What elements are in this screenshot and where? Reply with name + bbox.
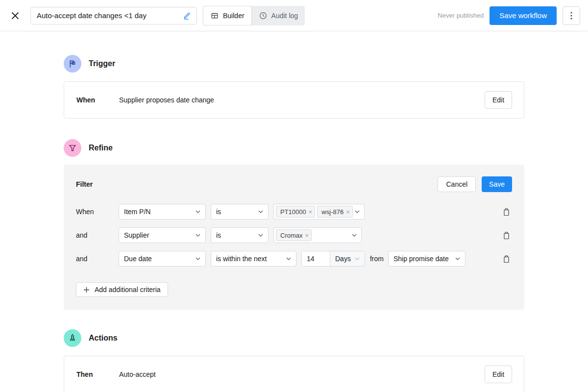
delete-row-button[interactable] xyxy=(501,229,512,242)
filter-row: and Due date is within the next Days xyxy=(76,251,512,267)
close-button[interactable] xyxy=(7,7,24,24)
operator-select-value: is xyxy=(216,208,221,216)
chevron-down-icon xyxy=(455,257,460,260)
filter-funnel-icon xyxy=(64,139,81,157)
tab-builder[interactable]: Builder xyxy=(203,6,252,25)
chevron-down-icon xyxy=(355,210,360,213)
filter-panel-header: Filter Cancel Save xyxy=(76,176,512,192)
value-chip-label: PT10000 xyxy=(280,208,306,216)
value-multiselect[interactable]: PT10000 × wsj-876 × xyxy=(273,204,365,220)
trigger-row-label: When xyxy=(76,96,119,104)
field-select-value: Due date xyxy=(124,255,152,263)
filter-panel-title: Filter xyxy=(76,180,93,188)
actions-section: Actions Then Auto-accept Edit xyxy=(64,329,524,392)
delete-row-button[interactable] xyxy=(501,253,512,265)
trigger-section-header: Trigger xyxy=(64,55,524,73)
chevron-down-icon xyxy=(196,234,200,237)
filter-row: When Item P/N is PT10000 × xyxy=(76,204,512,220)
save-workflow-button[interactable]: Save workflow xyxy=(490,6,557,25)
chevron-down-icon xyxy=(196,210,200,213)
field-select-value: Item P/N xyxy=(124,208,150,216)
field-select[interactable]: Supplier xyxy=(119,227,206,243)
trigger-row-value: Supplier proposes date change xyxy=(119,96,485,104)
add-criteria-label: Add additional criteria xyxy=(95,286,161,294)
tab-audit-log[interactable]: Audit log xyxy=(252,6,305,25)
filter-panel-actions: Cancel Save xyxy=(438,176,512,192)
publish-status: Never published xyxy=(438,12,484,19)
actions-title: Actions xyxy=(89,334,118,343)
rocket-icon xyxy=(64,329,81,347)
operator-select-value: is xyxy=(216,231,221,239)
view-tabs: Builder Audit log xyxy=(203,6,305,25)
audit-log-icon xyxy=(259,11,268,20)
value-chip: PT10000 × xyxy=(276,206,315,218)
value-chip-label: wsj-876 xyxy=(321,208,343,216)
trigger-section: Trigger When Supplier proposes date chan… xyxy=(64,55,524,119)
trigger-edit-button[interactable]: Edit xyxy=(485,91,512,109)
reference-date-select[interactable]: Ship promise date xyxy=(388,251,466,267)
topbar-right: Never published Save workflow xyxy=(438,6,580,25)
trash-icon xyxy=(503,208,510,216)
tab-audit-log-label: Audit log xyxy=(271,12,298,20)
field-select[interactable]: Item P/N xyxy=(119,204,206,220)
add-criteria-button[interactable]: Add additional criteria xyxy=(76,282,168,297)
chevron-down-icon xyxy=(196,257,200,260)
duration-group: Days xyxy=(301,251,365,267)
chevron-down-icon xyxy=(352,234,357,237)
delete-row-button[interactable] xyxy=(501,206,512,218)
row-connector: and xyxy=(76,255,119,263)
operator-select-value: is within the next xyxy=(216,255,267,263)
filter-row: and Supplier is Cromax × xyxy=(76,227,512,243)
operator-select[interactable]: is xyxy=(211,227,269,243)
tab-builder-label: Builder xyxy=(223,12,245,20)
refine-section-header: Refine xyxy=(64,139,524,157)
cancel-button[interactable]: Cancel xyxy=(438,176,476,192)
filter-panel: Filter Cancel Save When Item P/N is xyxy=(64,165,524,310)
remove-tag-icon[interactable]: × xyxy=(309,209,313,215)
trash-icon xyxy=(503,231,510,240)
actions-card: Then Auto-accept Edit xyxy=(64,356,524,392)
kebab-icon xyxy=(570,12,572,20)
chevron-down-icon xyxy=(355,257,360,260)
refine-title: Refine xyxy=(89,144,113,152)
unit-select-value: Days xyxy=(335,255,351,263)
reference-date-value: Ship promise date xyxy=(393,255,449,263)
remove-tag-icon[interactable]: × xyxy=(305,232,309,239)
chevron-down-icon xyxy=(258,210,263,213)
row-connector: and xyxy=(76,231,119,239)
more-menu-button[interactable] xyxy=(563,6,580,25)
topbar: Builder Audit log Never published Save w… xyxy=(0,0,588,31)
operator-select[interactable]: is xyxy=(211,204,269,220)
trash-icon xyxy=(503,255,510,263)
unit-select[interactable]: Days xyxy=(330,251,365,266)
workflow-name-input[interactable] xyxy=(30,7,197,24)
refine-section: Refine Filter Cancel Save When Item P/N xyxy=(64,139,524,310)
value-chip: wsj-876 × xyxy=(317,206,352,218)
builder-icon xyxy=(210,11,219,20)
save-button[interactable]: Save xyxy=(482,176,512,192)
close-icon xyxy=(10,10,21,21)
actions-edit-button[interactable]: Edit xyxy=(485,366,512,383)
actions-row-label: Then xyxy=(76,370,119,378)
value-chip: Cromax × xyxy=(276,229,312,241)
trigger-card: When Supplier proposes date change Edit xyxy=(64,81,524,119)
remove-tag-icon[interactable]: × xyxy=(346,209,350,215)
actions-row-value: Auto-accept xyxy=(119,370,485,378)
value-chip-label: Cromax xyxy=(280,232,303,239)
actions-section-header: Actions xyxy=(64,329,524,347)
row-connector: When xyxy=(76,208,119,216)
field-select[interactable]: Due date xyxy=(119,251,206,267)
operator-select[interactable]: is within the next xyxy=(211,251,296,267)
field-select-value: Supplier xyxy=(124,231,149,239)
from-label: from xyxy=(370,255,384,263)
chevron-down-icon xyxy=(258,234,263,237)
trigger-title: Trigger xyxy=(89,59,115,68)
chevron-down-icon xyxy=(286,257,291,260)
workflow-name-field xyxy=(30,7,197,24)
trigger-icon xyxy=(64,55,81,73)
edit-pencil-icon[interactable] xyxy=(183,11,192,20)
plus-icon xyxy=(83,287,90,293)
duration-input[interactable] xyxy=(302,251,330,266)
workflow-builder: Trigger When Supplier proposes date chan… xyxy=(64,55,524,392)
value-multiselect[interactable]: Cromax × xyxy=(273,227,362,243)
